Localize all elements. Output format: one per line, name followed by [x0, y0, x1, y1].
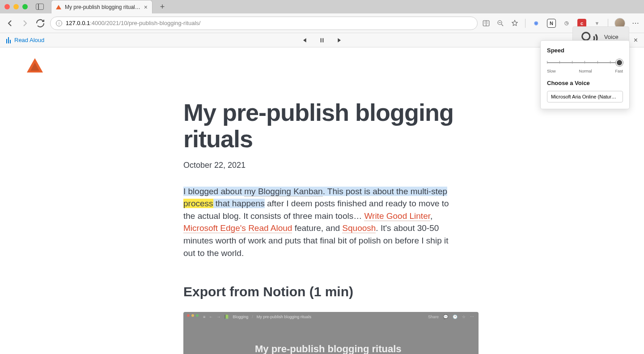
site-info-icon[interactable]: i	[56, 20, 62, 26]
new-tab-button[interactable]: +	[156, 0, 169, 13]
extension-notion-icon[interactable]: N	[547, 19, 556, 28]
voice-options-panel: Speed Slow Normal Fast Choose a Voice Mi…	[540, 40, 630, 109]
pause-button[interactable]	[318, 37, 326, 44]
choose-voice-heading: Choose a Voice	[547, 80, 623, 86]
back-button[interactable]	[4, 18, 15, 29]
favorites-icon[interactable]	[511, 19, 519, 27]
next-button[interactable]	[336, 37, 343, 44]
tab-title: My pre-publish blogging ritual…	[65, 4, 140, 10]
address-bar[interactable]: i 127.0.0.1:4000/2021/10/pre-publish-blo…	[50, 17, 478, 30]
site-logo[interactable]	[27, 58, 43, 73]
article-h2: Export from Notion (1 min)	[183, 284, 461, 299]
close-window-button[interactable]	[4, 4, 10, 9]
toolbar-divider	[525, 19, 525, 28]
forward-button[interactable]	[20, 18, 30, 29]
reader-mode-icon[interactable]	[482, 19, 490, 27]
link-edge-read-aloud[interactable]: Microsoft Edge's Read Aloud	[183, 223, 292, 233]
speed-fast-label: Fast	[615, 69, 623, 73]
window-controls	[4, 4, 28, 9]
svg-point-4	[582, 32, 590, 40]
browser-tab[interactable]: My pre-publish blogging ritual… ×	[51, 0, 153, 13]
close-tab-button[interactable]: ×	[144, 4, 148, 11]
audio-bars-icon	[6, 37, 11, 43]
zoom-icon[interactable]	[496, 19, 504, 27]
minimize-window-button[interactable]	[13, 4, 19, 9]
notion-actions: Share💬🕐☆⋯	[428, 315, 474, 319]
speed-slow-label: Slow	[547, 69, 556, 73]
speed-slider[interactable]	[547, 58, 623, 67]
extension-icon-3[interactable]: ◷	[562, 19, 571, 28]
read-aloud-indicator: Read Aloud	[6, 37, 44, 43]
current-word-highlight: process	[183, 199, 213, 208]
article-body: I blogged about my Blogging Kanban. This…	[183, 185, 461, 259]
notion-screenshot: ≡←→ 📗Blogging/My pre-publish blogging ri…	[183, 312, 479, 354]
article-date: October 22, 2021	[183, 161, 461, 170]
browser-toolbar: i 127.0.0.1:4000/2021/10/pre-publish-blo…	[0, 13, 644, 33]
speed-slider-thumb[interactable]	[616, 59, 623, 66]
svg-rect-3	[322, 38, 323, 42]
refresh-button[interactable]	[35, 18, 46, 29]
voice-select[interactable]: Microsoft Aria Online (Natural) - En	[547, 91, 623, 102]
maximize-window-button[interactable]	[22, 4, 28, 9]
title-bar: My pre-publish blogging ritual… × +	[0, 0, 644, 13]
svg-rect-2	[321, 38, 322, 42]
favicon-icon	[56, 5, 61, 9]
article-title: My pre-publish blogging rituals	[183, 99, 461, 153]
speed-normal-label: Normal	[579, 69, 592, 73]
sidebar-toggle-icon[interactable]	[36, 4, 44, 10]
link-write-good[interactable]: Write Good Linter	[364, 211, 430, 221]
link-blogging-kanban[interactable]: my Blogging Kanban	[244, 187, 322, 196]
extension-icon-1[interactable]: ◉	[532, 19, 541, 28]
notion-title: My pre-publish blogging rituals	[255, 343, 461, 354]
read-aloud-label: Read Aloud	[14, 37, 44, 43]
article: My pre-publish blogging rituals October …	[174, 99, 470, 354]
close-read-aloud-button[interactable]: ×	[634, 36, 638, 44]
link-squoosh[interactable]: Squoosh	[342, 223, 376, 233]
url-text: 127.0.0.1:4000/2021/10/pre-publish-blogg…	[66, 20, 200, 26]
speed-heading: Speed	[547, 47, 623, 54]
previous-button[interactable]	[301, 37, 308, 44]
notion-breadcrumb: ≡←→ 📗Blogging/My pre-publish blogging ri…	[203, 315, 311, 319]
menu-icon[interactable]: ⋯	[631, 19, 640, 27]
